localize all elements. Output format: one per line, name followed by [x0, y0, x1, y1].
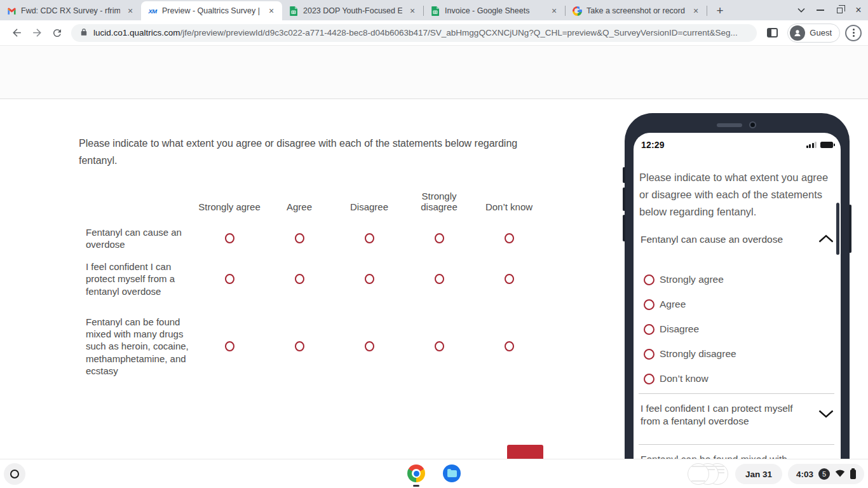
chromeos-screen: Fwd: CDC RX Survey - rfrimpon × XM Previ… [0, 0, 868, 488]
radio-button[interactable] [365, 233, 374, 243]
phone-option[interactable]: Strongly agree [644, 273, 736, 287]
side-panel-button[interactable] [762, 23, 782, 43]
column-header: Don’t know [474, 201, 544, 212]
url-text: lucid.co1.qualtrics.com/jfe/preview/prev… [93, 28, 738, 37]
shelf-battery-icon [850, 470, 856, 479]
radio-button[interactable] [644, 349, 654, 360]
row-label: I feel confident I can protect myself fr… [86, 261, 194, 297]
screenshot-thumbnail[interactable] [688, 463, 709, 485]
phone-option[interactable]: Agree [644, 297, 736, 311]
next-button[interactable]: → [507, 445, 543, 459]
profile-button[interactable]: Guest [787, 24, 840, 43]
phone-speaker [717, 123, 742, 127]
tab-title: Invoice - Google Sheets [445, 6, 544, 15]
launcher-button[interactable] [4, 463, 25, 485]
radio-button[interactable] [225, 274, 234, 284]
radio-button[interactable] [295, 233, 304, 243]
radio-button[interactable] [644, 324, 654, 335]
chromeos-shelf: Jan 31 4:03 5 [0, 459, 868, 488]
radio-button[interactable] [644, 299, 654, 310]
forward-button[interactable] [27, 23, 47, 43]
wifi-icon [835, 468, 845, 480]
row-label: Fentanyl can be found mixed with many dr… [86, 316, 194, 377]
shelf-clock: 4:03 [796, 470, 813, 479]
tab-close-button[interactable]: × [407, 5, 418, 17]
divider [639, 444, 834, 445]
phone-camera [749, 121, 756, 128]
radio-button[interactable] [225, 341, 234, 351]
phone-option[interactable]: Don’t know [644, 372, 736, 386]
tab-google-search[interactable]: Take a screenshot or record yo × [566, 1, 707, 20]
matrix-question-table: Strongly agree Agree Disagree Strongly d… [86, 182, 544, 383]
date-pill[interactable]: Jan 31 [735, 464, 782, 484]
radio-button[interactable] [505, 341, 514, 351]
new-tab-button[interactable]: + [711, 2, 729, 20]
radio-button[interactable] [644, 274, 654, 285]
radio-button[interactable] [225, 233, 234, 243]
battery-icon [820, 142, 833, 148]
launcher-ring-icon [10, 470, 19, 478]
guest-avatar [790, 25, 805, 41]
phone-clock: 12:29 [641, 140, 665, 150]
radio-button[interactable] [644, 374, 654, 384]
files-app-icon[interactable] [443, 464, 461, 482]
radio-button[interactable] [505, 233, 514, 243]
tab-divider [707, 6, 707, 16]
tab-close-button[interactable]: × [266, 5, 277, 17]
google-sheets-icon [288, 6, 299, 16]
back-button[interactable] [6, 23, 27, 43]
phone-option[interactable]: Strongly disagree [644, 347, 736, 361]
radio-button[interactable] [505, 274, 514, 284]
radio-button[interactable] [295, 341, 304, 351]
radio-button[interactable] [295, 274, 304, 284]
browser-menu-button[interactable] [845, 25, 862, 41]
tab-title: 2023 DOP Youth-Focused Envi [303, 6, 402, 15]
phone-question-text: Please indicate to what extent you agree… [639, 169, 831, 220]
screenshot-thumbnails[interactable] [688, 463, 729, 485]
phone-option-list: Strongly agree Agree Disagree Strongly d… [644, 273, 736, 396]
tab-close-button[interactable]: × [125, 5, 136, 17]
accordion-item-1[interactable]: Fentanyl can cause an overdose [641, 233, 834, 246]
tab-search-button[interactable] [792, 1, 811, 20]
column-header: Disagree [334, 201, 404, 212]
quick-settings-pill[interactable]: 4:03 5 [788, 464, 864, 484]
shelf-status-tray: Jan 31 4:03 5 [688, 463, 864, 485]
tab-qualtrics-preview[interactable]: XM Preview - Qualtrics Survey | Qu × [141, 1, 282, 20]
tab-close-button[interactable]: × [548, 5, 560, 17]
phone-volume-up-button [623, 187, 625, 211]
browser-navbar: lucid.co1.qualtrics.com/jfe/preview/prev… [0, 20, 868, 46]
profile-label: Guest [810, 28, 832, 37]
row-label: Fentanyl can cause an overdose [86, 226, 194, 250]
phone-option[interactable]: Disagree [644, 322, 736, 336]
matrix-row: I feel confident I can protect myself fr… [86, 260, 544, 298]
tab-close-button[interactable]: × [690, 5, 702, 17]
phone-power-button [849, 205, 851, 253]
qualtrics-xm-icon: XM [147, 6, 158, 16]
accordion-item-2[interactable]: I feel confident I can protect myself fr… [641, 402, 834, 428]
tab-sheets-invoice[interactable]: Invoice - Google Sheets × [424, 1, 565, 20]
reload-button[interactable] [47, 23, 67, 43]
radio-button[interactable] [435, 274, 444, 284]
chevron-up-icon [818, 234, 834, 246]
phone-volume-down-button [623, 215, 625, 241]
radio-button[interactable] [435, 341, 444, 351]
phone-screen: 12:29 Please indicate to what extent you… [634, 133, 841, 459]
matrix-row: Fentanyl can be found mixed with many dr… [86, 309, 544, 383]
phone-status-bar: 12:29 [641, 139, 833, 151]
radio-button[interactable] [365, 274, 374, 284]
minimize-button[interactable] [811, 1, 830, 20]
column-header: Agree [264, 201, 334, 212]
radio-button[interactable] [435, 233, 444, 243]
tab-sheets-dop[interactable]: 2023 DOP Youth-Focused Envi × [282, 1, 423, 20]
url-bar[interactable]: lucid.co1.qualtrics.com/jfe/preview/prev… [71, 24, 757, 42]
phone-scrollbar[interactable] [836, 203, 839, 255]
gmail-icon [6, 6, 17, 16]
tab-gmail[interactable]: Fwd: CDC RX Survey - rfrimpon × [0, 1, 141, 20]
radio-button[interactable] [365, 341, 374, 351]
site-security-lock-icon[interactable] [80, 27, 88, 39]
chrome-running-indicator [413, 485, 419, 487]
accordion-item-3-clipped[interactable]: Fentanyl can be found mixed with [641, 454, 825, 459]
chrome-app-icon[interactable] [407, 464, 425, 482]
restore-button[interactable] [830, 1, 849, 20]
close-window-button[interactable]: × [849, 1, 868, 20]
